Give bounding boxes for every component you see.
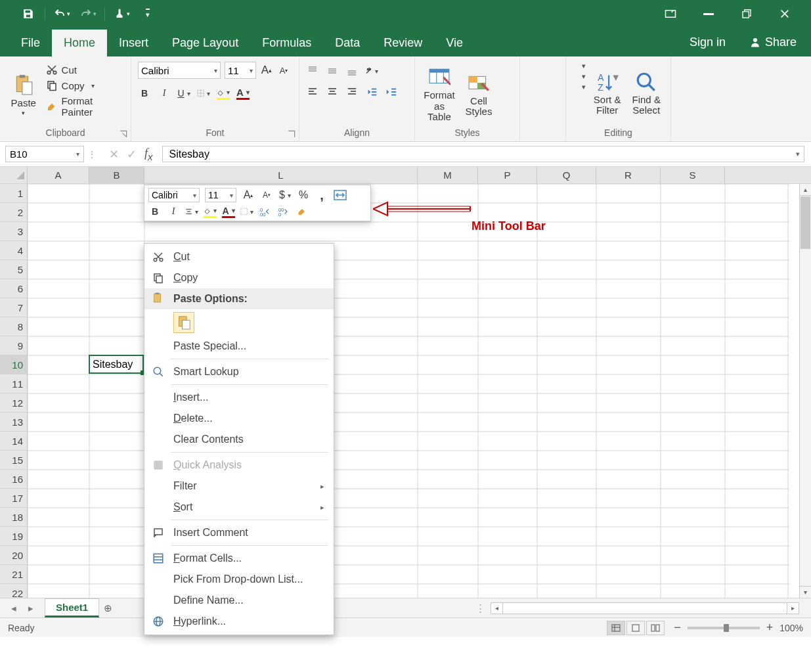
mini-accounting-format[interactable]: $ bbox=[278, 189, 292, 202]
undo-button[interactable]: ▾ bbox=[51, 3, 73, 25]
row-header-22[interactable]: 22 bbox=[0, 584, 28, 598]
mini-increase-decimal[interactable]: .0.00 bbox=[259, 205, 272, 218]
mini-merge-center[interactable] bbox=[334, 189, 347, 202]
tab-data[interactable]: Data bbox=[323, 30, 372, 56]
fx-icon[interactable]: fx bbox=[144, 146, 153, 162]
page-layout-view-button[interactable] bbox=[626, 621, 645, 635]
active-cell[interactable]: Sitesbay bbox=[89, 355, 144, 374]
col-header-S[interactable]: S bbox=[661, 167, 725, 183]
row-header-15[interactable]: 15 bbox=[0, 451, 28, 470]
tab-view[interactable]: Vie bbox=[434, 30, 475, 56]
share-button[interactable]: Share bbox=[739, 29, 807, 56]
row-header-13[interactable]: 13 bbox=[0, 413, 28, 432]
mini-font-size[interactable]: 11▾ bbox=[205, 188, 236, 202]
ctx-sort[interactable]: Sort▸ bbox=[144, 497, 334, 518]
signin-button[interactable]: Sign in bbox=[679, 29, 736, 56]
formula-input[interactable]: Sitesbay▾ bbox=[162, 146, 804, 162]
worksheet-grid[interactable]: ABLMPQRS 1234567891011121314151617181920… bbox=[0, 167, 811, 598]
vertical-scrollbar[interactable]: ▴ ▾ bbox=[799, 184, 811, 598]
ctx-clear-contents[interactable]: Clear Contents bbox=[144, 429, 334, 450]
align-middle-button[interactable] bbox=[326, 64, 339, 78]
align-right-button[interactable] bbox=[345, 85, 359, 99]
fill-dropdown[interactable]: ▾ bbox=[582, 72, 586, 81]
sort-filter-button[interactable]: AZ Sort & Filter bbox=[590, 59, 625, 127]
ctx-define-name[interactable]: Define Name... bbox=[144, 590, 334, 611]
ctx-hyperlink[interactable]: Hyperlink... bbox=[144, 611, 334, 632]
mini-italic[interactable]: I bbox=[167, 205, 180, 218]
cell-styles-button[interactable]: Cell Styles bbox=[461, 62, 496, 127]
scroll-up-button[interactable]: ▴ bbox=[800, 184, 811, 196]
select-all-corner[interactable] bbox=[0, 167, 28, 183]
mini-comma-format[interactable]: , bbox=[315, 189, 328, 202]
ctx-delete[interactable]: Delete... bbox=[144, 408, 334, 429]
zoom-in-button[interactable]: + bbox=[766, 621, 774, 635]
mini-align[interactable] bbox=[185, 205, 198, 218]
ctx-format-cells[interactable]: Format Cells... bbox=[144, 548, 334, 569]
row-header-20[interactable]: 20 bbox=[0, 546, 28, 565]
font-size-combo[interactable]: 11▾ bbox=[225, 62, 256, 79]
col-header-L[interactable]: L bbox=[144, 167, 418, 183]
tab-home[interactable]: Home bbox=[52, 30, 107, 56]
clipboard-dialog-launcher[interactable] bbox=[119, 129, 128, 139]
paste-button[interactable]: Paste ▾ bbox=[7, 62, 41, 127]
mini-borders[interactable] bbox=[240, 205, 253, 218]
grow-font-button[interactable]: A▴ bbox=[260, 64, 273, 77]
row-header-4[interactable]: 4 bbox=[0, 241, 28, 260]
row-header-12[interactable]: 12 bbox=[0, 393, 28, 413]
row-header-11[interactable]: 11 bbox=[0, 374, 28, 393]
bold-button[interactable]: B bbox=[138, 87, 151, 100]
ctx-pick-from-list[interactable]: Pick From Drop-down List... bbox=[144, 569, 334, 590]
sheet-tab-1[interactable]: Sheet1 bbox=[45, 598, 99, 617]
mini-shrink-font[interactable]: A▾ bbox=[260, 189, 273, 202]
ctx-paste-special[interactable]: Paste Special... bbox=[144, 336, 334, 357]
decrease-indent-button[interactable] bbox=[365, 85, 378, 99]
orientation-button[interactable]: ab bbox=[365, 64, 378, 78]
row-header-9[interactable]: 9 bbox=[0, 336, 28, 355]
copy-button[interactable]: Copy bbox=[45, 79, 124, 92]
col-header-Q[interactable]: Q bbox=[537, 167, 596, 183]
font-name-combo[interactable]: Calibri▾ bbox=[138, 62, 221, 79]
row-header-19[interactable]: 19 bbox=[0, 527, 28, 546]
ctx-copy[interactable]: Copy bbox=[144, 267, 334, 288]
sheet-nav-prev[interactable]: ◂ bbox=[7, 601, 21, 616]
fill-color-button[interactable] bbox=[217, 87, 230, 100]
ctx-cut[interactable]: Cut bbox=[144, 246, 334, 267]
row-header-16[interactable]: 16 bbox=[0, 470, 28, 489]
row-header-7[interactable]: 7 bbox=[0, 298, 28, 317]
align-top-button[interactable] bbox=[306, 64, 319, 78]
scroll-down-button[interactable]: ▾ bbox=[800, 586, 811, 598]
align-center-button[interactable] bbox=[326, 85, 339, 99]
mini-format-painter[interactable] bbox=[296, 205, 309, 218]
cut-button[interactable]: Cut bbox=[45, 63, 124, 76]
zoom-slider[interactable] bbox=[688, 627, 760, 629]
font-color-button[interactable]: A bbox=[236, 87, 250, 100]
shrink-font-button[interactable]: A▾ bbox=[277, 64, 290, 77]
close-button[interactable] bbox=[770, 0, 799, 28]
align-bottom-button[interactable] bbox=[345, 64, 359, 78]
italic-button[interactable]: I bbox=[158, 87, 171, 100]
col-header-B[interactable]: B bbox=[89, 167, 144, 183]
mini-decrease-decimal[interactable]: .00.0 bbox=[277, 205, 290, 218]
mini-fill-color[interactable] bbox=[204, 205, 217, 218]
customize-qat-button[interactable]: ▾ bbox=[137, 3, 159, 25]
restore-button[interactable] bbox=[732, 0, 761, 28]
mini-percent-format[interactable]: % bbox=[297, 189, 310, 202]
tab-insert[interactable]: Insert bbox=[107, 30, 160, 56]
row-header-17[interactable]: 17 bbox=[0, 489, 28, 508]
row-header-21[interactable]: 21 bbox=[0, 565, 28, 584]
mini-font-color[interactable]: A bbox=[222, 205, 235, 218]
normal-view-button[interactable] bbox=[607, 621, 625, 635]
expand-formula-bar-button[interactable]: ▾ bbox=[796, 150, 800, 158]
row-header-1[interactable]: 1 bbox=[0, 184, 28, 203]
horizontal-scrollbar[interactable]: ◂ ▸ bbox=[491, 602, 799, 614]
page-break-view-button[interactable] bbox=[646, 621, 665, 635]
col-header-P[interactable]: P bbox=[478, 167, 537, 183]
ctx-smart-lookup[interactable]: Smart Lookup bbox=[144, 361, 334, 382]
ctx-insert[interactable]: Insert... bbox=[144, 387, 334, 408]
ctx-filter[interactable]: Filter▸ bbox=[144, 476, 334, 497]
scroll-left-button[interactable]: ◂ bbox=[491, 603, 503, 614]
zoom-value[interactable]: 100% bbox=[779, 623, 803, 633]
row-header-6[interactable]: 6 bbox=[0, 279, 28, 298]
row-header-8[interactable]: 8 bbox=[0, 317, 28, 336]
autosum-dropdown[interactable]: ▾ bbox=[582, 62, 586, 70]
